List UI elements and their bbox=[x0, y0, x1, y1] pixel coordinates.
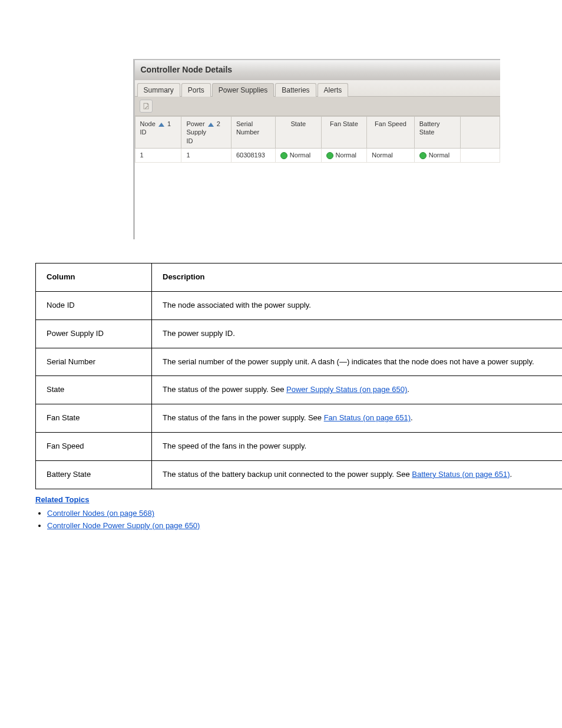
tab-label: Ports bbox=[188, 86, 204, 94]
document-edit-icon[interactable] bbox=[140, 100, 153, 113]
link-battery-status[interactable]: Battery Status (on page 651) bbox=[412, 470, 510, 479]
desc-col-text: The status of the battery backup unit co… bbox=[152, 460, 563, 489]
link-controller-nodes[interactable]: Controller Nodes (on page 568) bbox=[47, 509, 154, 518]
tab-alerts[interactable]: Alerts bbox=[318, 83, 349, 97]
desc-col-text: The speed of the fans in the power suppl… bbox=[152, 433, 563, 461]
tab-label: Power Supplies bbox=[219, 86, 267, 94]
desc-text: The status of the fans in the power supp… bbox=[163, 413, 324, 422]
col-fan-speed[interactable]: Fan Speed bbox=[367, 117, 414, 149]
status-dot-icon bbox=[326, 152, 333, 159]
panel-header: Controller Node Details bbox=[135, 60, 500, 80]
desc-col-text: The node associated with the power suppl… bbox=[152, 291, 563, 319]
link-fan-status[interactable]: Fan Status (on page 651) bbox=[324, 413, 411, 422]
cell-fan-speed: Normal bbox=[367, 148, 414, 162]
status-dot-icon bbox=[280, 152, 287, 159]
col-label: Number bbox=[236, 129, 259, 136]
col-label: ID bbox=[140, 129, 147, 136]
desc-col-text: The status of the power supply. See Powe… bbox=[152, 376, 563, 404]
table-row[interactable]: 1 1 60308193 Normal Normal Normal Normal bbox=[135, 148, 500, 162]
sort-order: 2 bbox=[217, 120, 220, 127]
tab-batteries[interactable]: Batteries bbox=[275, 83, 316, 97]
desc-row: Power Supply ID The power supply ID. bbox=[36, 319, 563, 348]
cell-serial-number: 60308193 bbox=[231, 148, 275, 162]
tab-label: Summary bbox=[144, 86, 174, 94]
col-label: Battery bbox=[419, 120, 440, 127]
col-label: State bbox=[419, 129, 435, 136]
link-power-supply-status[interactable]: Power Supply Status (on page 650) bbox=[286, 385, 407, 394]
col-state[interactable]: State bbox=[275, 117, 321, 149]
col-label: Supply bbox=[186, 129, 206, 136]
desc-row: Fan State The status of the fans in the … bbox=[36, 404, 563, 433]
desc-col-text: The serial number of the power supply un… bbox=[152, 348, 563, 376]
related-topics: Related Topics Controller Nodes (on page… bbox=[35, 495, 562, 530]
tab-power-supplies[interactable]: Power Supplies bbox=[212, 83, 274, 97]
desc-col-name: Fan Speed bbox=[36, 433, 152, 461]
col-label: Power bbox=[186, 120, 204, 127]
cell-value: Normal bbox=[290, 151, 310, 159]
sort-asc-icon bbox=[208, 123, 214, 127]
cell-value: Normal bbox=[336, 151, 356, 159]
grid-blank-area bbox=[135, 162, 500, 239]
cell-value: Normal bbox=[429, 151, 449, 159]
desc-col-text: The status of the fans in the power supp… bbox=[152, 404, 563, 433]
desc-text: The status of the battery backup unit co… bbox=[163, 470, 412, 479]
related-topics-heading: Related Topics bbox=[35, 495, 562, 504]
sort-order: 1 bbox=[167, 120, 171, 127]
desc-row: Serial Number The serial number of the p… bbox=[36, 348, 563, 376]
related-topics-link[interactable]: Related Topics bbox=[35, 495, 90, 504]
power-supply-grid: Node 1 ID Power 2 Supply ID Serial bbox=[135, 116, 500, 239]
pencil-page-icon bbox=[142, 102, 150, 110]
controller-node-details-panel: Controller Node Details Summary Ports Po… bbox=[133, 59, 500, 239]
col-label: Fan State bbox=[330, 120, 358, 127]
tab-label: Alerts bbox=[324, 86, 342, 94]
desc-col-text: The power supply ID. bbox=[152, 319, 563, 348]
cell-state: Normal bbox=[275, 148, 321, 162]
desc-col-name: Battery State bbox=[36, 460, 152, 489]
col-node-id[interactable]: Node 1 ID bbox=[135, 117, 181, 149]
desc-text: The status of the power supply. See bbox=[163, 385, 286, 394]
col-label: State bbox=[290, 120, 306, 127]
col-battery-state[interactable]: Battery State bbox=[414, 117, 460, 149]
desc-row: Battery State The status of the battery … bbox=[36, 460, 563, 489]
desc-col-name: Fan State bbox=[36, 404, 152, 433]
desc-col-name: State bbox=[36, 376, 152, 404]
desc-col-name: Power Supply ID bbox=[36, 319, 152, 348]
cell-power-supply-id: 1 bbox=[181, 148, 232, 162]
desc-text: . bbox=[510, 470, 512, 479]
related-topics-list: Controller Nodes (on page 568) Controlle… bbox=[47, 509, 562, 530]
column-description-table: Column Description Node ID The node asso… bbox=[35, 263, 562, 489]
toolbar bbox=[135, 97, 500, 116]
desc-row: State The status of the power supply. Se… bbox=[36, 376, 563, 404]
col-label: Node bbox=[140, 120, 156, 127]
desc-row: Fan Speed The speed of the fans in the p… bbox=[36, 433, 563, 461]
col-spacer bbox=[460, 117, 500, 149]
desc-header-column: Column bbox=[36, 263, 152, 291]
desc-text: . bbox=[411, 413, 413, 422]
desc-header-row: Column Description bbox=[36, 263, 563, 291]
grid-header-row: Node 1 ID Power 2 Supply ID Serial bbox=[135, 117, 500, 149]
sort-asc-icon bbox=[158, 123, 164, 127]
panel-title: Controller Node Details bbox=[141, 65, 233, 74]
status-dot-icon bbox=[419, 152, 427, 159]
col-fan-state[interactable]: Fan State bbox=[321, 117, 367, 149]
desc-text: . bbox=[407, 385, 409, 394]
cell-node-id: 1 bbox=[135, 148, 181, 162]
tab-summary[interactable]: Summary bbox=[137, 83, 180, 97]
col-power-supply-id[interactable]: Power 2 Supply ID bbox=[181, 117, 232, 149]
col-serial-number[interactable]: Serial Number bbox=[231, 117, 275, 149]
col-label: Serial bbox=[236, 120, 253, 127]
desc-col-name: Node ID bbox=[36, 291, 152, 319]
tab-label: Batteries bbox=[282, 86, 309, 94]
list-item: Controller Node Power Supply (on page 65… bbox=[47, 521, 562, 530]
cell-fan-state: Normal bbox=[321, 148, 367, 162]
col-label: Fan Speed bbox=[375, 120, 406, 127]
list-item: Controller Nodes (on page 568) bbox=[47, 509, 562, 518]
desc-row: Node ID The node associated with the pow… bbox=[36, 291, 563, 319]
tab-ports[interactable]: Ports bbox=[181, 83, 211, 97]
cell-spacer bbox=[460, 148, 500, 162]
col-label: ID bbox=[186, 137, 193, 144]
tab-strip: Summary Ports Power Supplies Batteries A… bbox=[135, 80, 500, 97]
desc-header-description: Description bbox=[152, 263, 563, 291]
link-controller-node-power-supply[interactable]: Controller Node Power Supply (on page 65… bbox=[47, 521, 200, 530]
desc-col-name: Serial Number bbox=[36, 348, 152, 376]
